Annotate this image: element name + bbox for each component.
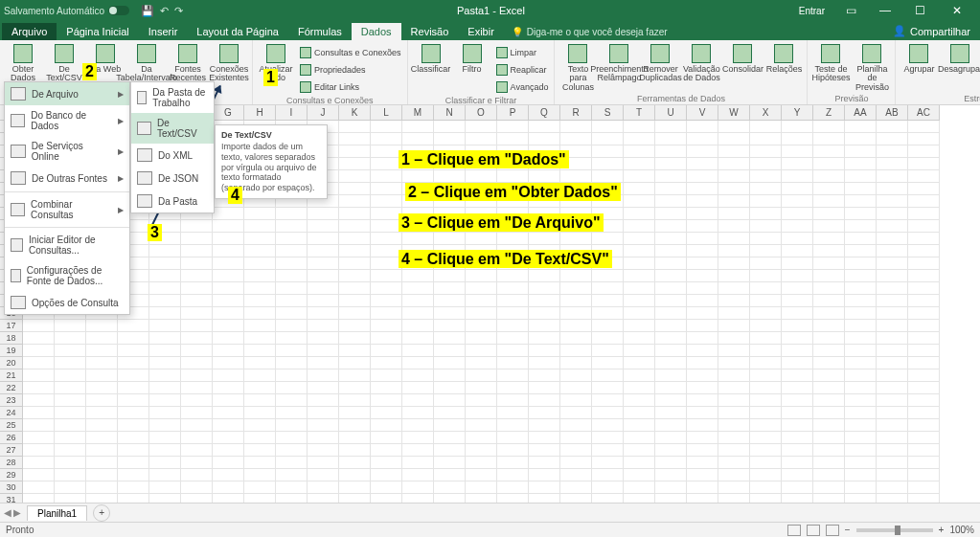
tab-exibir[interactable]: Exibir — [458, 23, 504, 40]
instruction-4: 4 – Clique em "De Text/CSV" — [399, 251, 612, 268]
chevron-right-icon: ▶ — [118, 206, 124, 214]
de-arquivo-submenu: Da Pasta de Trabalho De Text/CSV Do XML … — [130, 81, 215, 213]
tooltip-title: De Text/CSV — [221, 130, 321, 140]
database-icon — [13, 44, 33, 63]
add-sheet-button[interactable]: + — [93, 504, 110, 522]
zoom-in-icon[interactable]: + — [939, 525, 945, 535]
tab-formulas[interactable]: Fórmulas — [288, 23, 352, 40]
table-icon — [137, 44, 156, 63]
group-previsao-label: Previsão — [810, 93, 892, 104]
reapply-icon — [496, 64, 508, 76]
ribbon-tabs: Arquivo Página Inicial Inserir Layout da… — [0, 21, 980, 40]
submenu-de-json[interactable]: De JSON — [131, 167, 214, 190]
whatif-icon — [821, 44, 840, 63]
validacao-button[interactable]: Validação de Dados — [681, 42, 721, 93]
agrupar-button[interactable]: Agrupar — [899, 42, 939, 93]
share-icon: 👤 — [893, 25, 906, 37]
zoom-out-icon[interactable]: − — [845, 525, 851, 535]
planilha-previsao-button[interactable]: Planilha de Previsão — [852, 42, 892, 93]
redo-icon[interactable]: ↷ — [174, 5, 183, 17]
editar-links-button[interactable]: Editar Links — [297, 78, 404, 95]
recent-icon — [178, 44, 197, 63]
menu-iniciar-editor[interactable]: Iniciar Editor de Consultas... — [5, 230, 129, 260]
workbook-icon — [137, 91, 147, 104]
zoom-level: 100% — [949, 525, 974, 535]
menu-de-outras[interactable]: De Outras Fontes▶ — [5, 167, 129, 190]
other-icon — [11, 171, 26, 185]
chevron-right-icon: ▶ — [118, 147, 124, 156]
chevron-right-icon: ▶ — [118, 90, 124, 99]
autosave-label: Salvamento Automático — [4, 6, 104, 16]
menu-combinar[interactable]: Combinar Consultas▶ — [5, 194, 129, 225]
editor-icon — [11, 238, 23, 252]
classificar-button[interactable]: Classificar — [411, 42, 451, 95]
obter-dados-menu: De Arquivo▶ Do Banco de Dados▶ De Serviç… — [4, 81, 130, 315]
preenchimento-button[interactable]: Preenchimento Relâmpago — [599, 42, 639, 93]
menu-de-arquivo[interactable]: De Arquivo▶ — [5, 82, 129, 105]
filtro-button[interactable]: Filtro — [452, 42, 492, 95]
undo-icon[interactable]: ↶ — [160, 5, 169, 17]
links-icon — [300, 81, 311, 93]
submenu-da-pasta-trabalho[interactable]: Da Pasta de Trabalho — [131, 82, 214, 113]
limpar-button[interactable]: Limpar — [493, 44, 552, 60]
consolidate-icon — [733, 44, 752, 63]
avancado-button[interactable]: Avançado — [493, 78, 552, 95]
minimize-icon[interactable]: — — [869, 0, 901, 21]
submenu-do-xml[interactable]: Do XML — [131, 144, 214, 167]
tab-inserir[interactable]: Inserir — [139, 23, 188, 40]
maximize-icon[interactable]: ☐ — [903, 0, 936, 21]
refresh-icon — [266, 44, 285, 63]
instruction-3: 3 – Clique em "De Arquivo" — [399, 214, 604, 232]
autosave-toggle[interactable]: Salvamento Automático — [4, 6, 129, 16]
view-normal-icon[interactable] — [787, 525, 801, 536]
menu-do-banco[interactable]: Do Banco de Dados▶ — [5, 105, 129, 136]
close-icon[interactable]: ✕ — [938, 0, 976, 21]
tell-me[interactable]: 💡 Diga-me o que você deseja fazer — [504, 24, 675, 40]
desagrupar-button[interactable]: Desagrupar — [940, 42, 980, 93]
view-break-icon[interactable] — [826, 525, 839, 536]
tab-layout[interactable]: Layout da Página — [187, 23, 288, 40]
dedup-icon — [650, 44, 670, 63]
csv-file-icon — [137, 122, 151, 135]
relacoes-button[interactable]: Relações — [763, 42, 804, 93]
consolidar-button[interactable]: Consolidar — [722, 42, 763, 93]
sort-icon — [422, 44, 441, 63]
save-icon[interactable]: 💾 — [141, 5, 154, 17]
tooltip-body: Importe dados de um texto, valores separ… — [221, 142, 321, 193]
marker-2: 2 — [82, 63, 97, 80]
gear-icon — [11, 269, 21, 282]
tab-revisao[interactable]: Revisão — [401, 23, 459, 40]
zoom-slider[interactable] — [856, 528, 933, 532]
tab-dados[interactable]: Dados — [352, 23, 401, 40]
menu-config-fonte[interactable]: Configurações de Fonte de Dados... — [5, 260, 129, 291]
view-layout-icon[interactable] — [807, 525, 820, 536]
login-link[interactable]: Entrar — [791, 6, 832, 16]
csv-icon — [55, 44, 74, 63]
ribbon-options-icon[interactable]: ▭ — [834, 0, 867, 21]
connections-icon — [219, 44, 239, 63]
consultas-conexoes-button[interactable]: Consultas e Conexões — [297, 44, 404, 60]
submenu-da-pasta[interactable]: Da Pasta — [131, 190, 214, 213]
menu-opcoes[interactable]: Opções de Consulta — [5, 291, 129, 314]
sheet-nav[interactable]: ◀▶ — [0, 507, 25, 518]
tab-pagina-inicial[interactable]: Página Inicial — [57, 23, 138, 40]
json-icon — [137, 171, 152, 185]
chevron-left-icon: ◀ — [4, 507, 11, 518]
remover-duplicadas-button[interactable]: Remover Duplicadas — [640, 42, 680, 93]
group-ferramentas-label: Ferramentas de Dados — [558, 93, 804, 104]
share-button[interactable]: 👤 Compartilhar — [883, 22, 980, 40]
menu-de-servicos[interactable]: De Serviços Online▶ — [5, 136, 129, 167]
validate-icon — [692, 44, 711, 63]
sheet-tab-bar: ◀▶ Planilha1 + — [0, 503, 980, 522]
sheet-tab-planilha1[interactable]: Planilha1 — [27, 505, 87, 521]
status-ready: Pronto — [6, 525, 34, 535]
reaplicar-button[interactable]: Reaplicar — [493, 61, 552, 78]
toggle-icon — [108, 6, 129, 15]
clear-icon — [496, 47, 508, 58]
combine-icon — [11, 203, 25, 216]
submenu-de-text-csv[interactable]: De Text/CSV — [131, 113, 214, 144]
propriedades-button[interactable]: Propriedades — [297, 61, 404, 78]
textcol-icon — [568, 44, 587, 63]
teste-hipoteses-button[interactable]: Teste de Hipóteses — [810, 42, 851, 93]
tab-arquivo[interactable]: Arquivo — [2, 23, 57, 40]
